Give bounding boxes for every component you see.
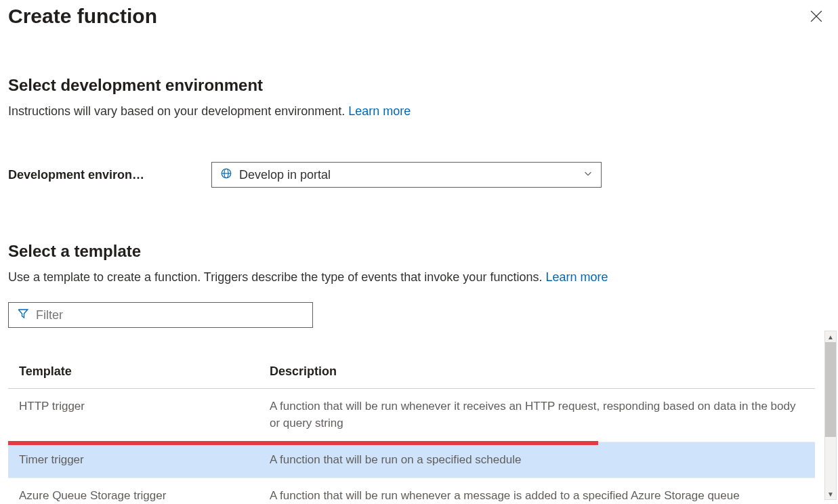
env-section-desc: Instructions will vary based on your dev… [8, 103, 830, 120]
page-title: Create function [8, 5, 157, 28]
close-button[interactable] [803, 3, 830, 30]
templates-table: Template Description HTTP trigger A func… [8, 355, 815, 504]
template-description: A function that will be run whenever it … [259, 389, 815, 442]
scroll-down-arrow-icon[interactable]: ▼ [825, 488, 836, 499]
globe-icon [220, 167, 232, 182]
dev-env-dropdown[interactable]: Develop in portal [211, 162, 602, 188]
template-name: HTTP trigger [8, 389, 259, 442]
close-icon [810, 10, 822, 22]
template-description: A function that will be run whenever a m… [259, 478, 815, 504]
table-row[interactable]: HTTP trigger A function that will be run… [8, 389, 815, 442]
env-section-heading: Select development environment [8, 76, 830, 95]
col-header-template[interactable]: Template [8, 355, 259, 389]
col-header-description[interactable]: Description [259, 355, 815, 389]
scrollbar-track[interactable] [825, 342, 836, 488]
env-desc-text: Instructions will vary based on your dev… [8, 104, 348, 118]
template-name: Azure Queue Storage trigger [8, 478, 259, 504]
filter-icon [17, 308, 29, 322]
template-section-heading: Select a template [8, 242, 830, 261]
filter-input[interactable] [36, 308, 304, 322]
table-row[interactable]: Timer trigger A function that will be ru… [8, 442, 815, 478]
vertical-scrollbar[interactable]: ▲ ▼ [824, 331, 837, 500]
filter-box[interactable] [8, 302, 313, 328]
scrollbar-thumb[interactable] [825, 342, 836, 437]
dev-env-value: Develop in portal [239, 168, 577, 182]
template-desc-text: Use a template to create a function. Tri… [8, 270, 545, 284]
dev-env-label: Development environ… [8, 168, 171, 182]
template-learn-more-link[interactable]: Learn more [545, 270, 608, 284]
scroll-up-arrow-icon[interactable]: ▲ [825, 331, 836, 342]
chevron-down-icon [583, 169, 593, 181]
template-name: Timer trigger [8, 442, 259, 478]
template-description: A function that will be run on a specifi… [259, 442, 815, 478]
template-section-desc: Use a template to create a function. Tri… [8, 269, 830, 286]
table-row[interactable]: Azure Queue Storage trigger A function t… [8, 478, 815, 504]
env-learn-more-link[interactable]: Learn more [348, 104, 411, 118]
